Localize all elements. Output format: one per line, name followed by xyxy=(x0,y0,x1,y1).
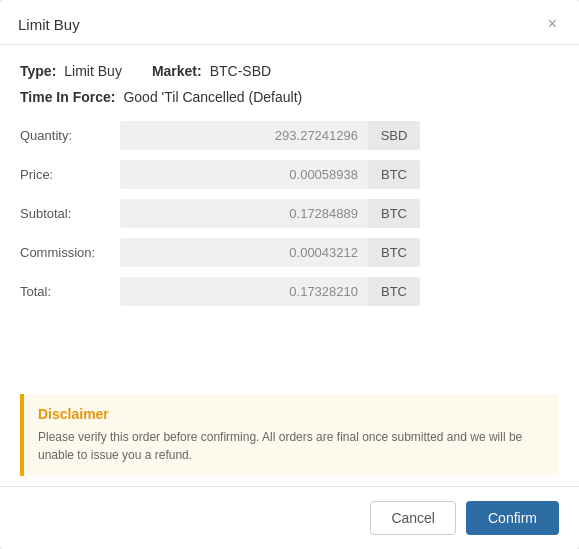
field-input-group: 293.27241296SBD xyxy=(120,121,420,150)
field-input-group: 0.17328210BTC xyxy=(120,277,420,306)
field-label: Quantity: xyxy=(20,128,120,143)
field-row: Commission:0.00043212BTC xyxy=(20,238,559,267)
field-value: 0.17284889 xyxy=(120,199,368,228)
time-in-force-value: Good 'Til Cancelled (Default) xyxy=(123,89,302,105)
disclaimer-text: Please verify this order before confirmi… xyxy=(38,428,545,464)
field-row: Price:0.00058938BTC xyxy=(20,160,559,189)
field-label: Total: xyxy=(20,284,120,299)
field-value: 0.00058938 xyxy=(120,160,368,189)
cancel-button[interactable]: Cancel xyxy=(370,501,456,535)
field-label: Price: xyxy=(20,167,120,182)
market-value: BTC-SBD xyxy=(210,63,271,79)
field-unit: SBD xyxy=(368,121,420,150)
disclaimer-title: Disclaimer xyxy=(38,406,545,422)
field-unit: BTC xyxy=(368,277,420,306)
field-input-group: 0.00058938BTC xyxy=(120,160,420,189)
close-button[interactable]: × xyxy=(544,14,561,34)
field-input-group: 0.17284889BTC xyxy=(120,199,420,228)
type-value: Limit Buy xyxy=(64,63,122,79)
type-market-row: Type: Limit Buy Market: BTC-SBD xyxy=(20,63,559,79)
modal-title: Limit Buy xyxy=(18,16,80,33)
field-value: 293.27241296 xyxy=(120,121,368,150)
field-row: Quantity:293.27241296SBD xyxy=(20,121,559,150)
time-in-force-label: Time In Force: xyxy=(20,89,115,105)
fields-section: Quantity:293.27241296SBDPrice:0.00058938… xyxy=(20,121,559,306)
field-unit: BTC xyxy=(368,238,420,267)
field-unit: BTC xyxy=(368,199,420,228)
field-input-group: 0.00043212BTC xyxy=(120,238,420,267)
modal-body: Type: Limit Buy Market: BTC-SBD Time In … xyxy=(0,45,579,382)
limit-buy-modal: Limit Buy × Type: Limit Buy Market: BTC-… xyxy=(0,0,579,549)
field-label: Commission: xyxy=(20,245,120,260)
modal-footer: Cancel Confirm xyxy=(0,486,579,549)
field-row: Subtotal:0.17284889BTC xyxy=(20,199,559,228)
type-label: Type: xyxy=(20,63,56,79)
field-value: 0.00043212 xyxy=(120,238,368,267)
market-label: Market: xyxy=(152,63,202,79)
confirm-button[interactable]: Confirm xyxy=(466,501,559,535)
field-value: 0.17328210 xyxy=(120,277,368,306)
modal-header: Limit Buy × xyxy=(0,0,579,45)
field-label: Subtotal: xyxy=(20,206,120,221)
time-in-force-row: Time In Force: Good 'Til Cancelled (Defa… xyxy=(20,89,559,105)
field-unit: BTC xyxy=(368,160,420,189)
field-row: Total:0.17328210BTC xyxy=(20,277,559,306)
disclaimer-box: Disclaimer Please verify this order befo… xyxy=(20,394,559,476)
